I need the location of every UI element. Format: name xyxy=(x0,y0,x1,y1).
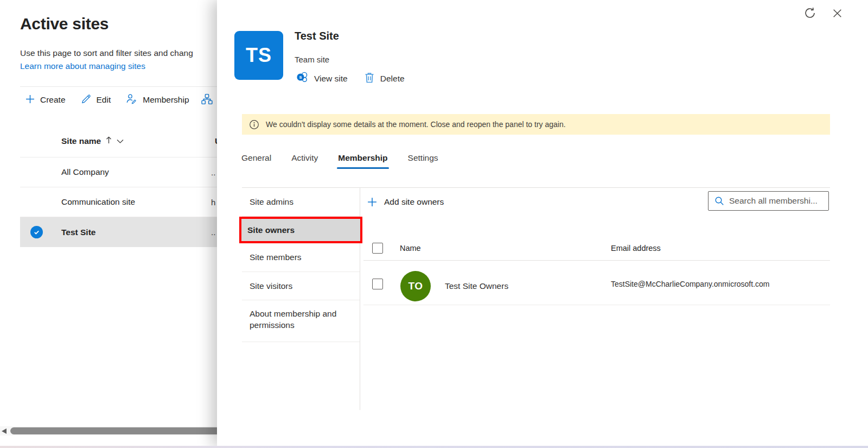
sites-command-bar: Create Edit Membership xyxy=(25,90,213,110)
nav-item-label: Site members xyxy=(250,253,302,262)
site-row-name: Test Site xyxy=(61,228,95,237)
site-details-panel: TS Test Site Team site s View site xyxy=(217,0,868,446)
site-row-communication-site[interactable]: Communication site h xyxy=(20,187,217,217)
nav-item-site-owners-selected[interactable]: Site owners xyxy=(239,217,362,243)
search-icon xyxy=(714,196,724,206)
edit-button-label: Edit xyxy=(97,95,111,105)
delete-label: Delete xyxy=(380,74,405,84)
site-avatar: TS xyxy=(234,31,283,80)
email-column-header: Email address xyxy=(611,244,661,253)
search-membership-input[interactable] xyxy=(729,196,824,206)
panel-site-title: Test Site xyxy=(295,30,339,42)
warning-banner-text: We couldn't display some details at the … xyxy=(266,120,566,129)
membership-button-label: Membership xyxy=(143,95,189,105)
member-row-checkbox[interactable] xyxy=(372,279,383,289)
page-title: Active sites xyxy=(20,15,108,33)
sharepoint-admin-active-sites-screen: Active sites Use this page to sort and f… xyxy=(0,0,868,448)
toolbar-divider xyxy=(20,86,217,87)
refresh-button[interactable] xyxy=(803,7,817,21)
membership-button[interactable]: Membership xyxy=(126,93,189,106)
site-name-column-header[interactable]: Site name xyxy=(61,136,124,146)
hub-hierarchy-icon xyxy=(201,93,213,107)
tab-membership[interactable]: Membership xyxy=(337,146,388,169)
row-selected-check-icon[interactable] xyxy=(30,226,43,238)
delete-site-button[interactable]: Delete xyxy=(364,72,405,86)
tab-settings[interactable]: Settings xyxy=(407,146,439,169)
nav-item-label: About membership and permissions xyxy=(250,308,352,331)
close-icon xyxy=(832,8,843,21)
horizontal-scrollbar-thumb[interactable] xyxy=(10,427,217,434)
view-site-button[interactable]: s View site xyxy=(296,71,348,86)
name-column-header: Name xyxy=(400,244,421,253)
add-site-owners-button[interactable]: Add site owners xyxy=(367,193,444,211)
hub-button[interactable] xyxy=(201,93,213,107)
person-edit-icon xyxy=(126,93,137,106)
edit-button[interactable]: Edit xyxy=(81,94,111,106)
sharepoint-site-icon: s xyxy=(296,71,309,86)
chevron-down-icon xyxy=(117,136,124,146)
search-membership-box[interactable] xyxy=(708,191,829,211)
site-row-url-partial: h xyxy=(211,198,215,207)
members-table-divider xyxy=(363,260,830,261)
nav-item-label: Site admins xyxy=(250,197,293,207)
tab-activity[interactable]: Activity xyxy=(290,146,319,169)
learn-more-link[interactable]: Learn more about managing sites xyxy=(20,61,145,71)
site-row-all-company[interactable]: All Company .. xyxy=(20,157,217,187)
plus-icon xyxy=(25,94,35,106)
nav-item-site-visitors[interactable]: Site visitors xyxy=(242,272,360,300)
panel-header-actions: s View site Delete xyxy=(296,71,405,86)
member-name[interactable]: Test Site Owners xyxy=(445,281,508,291)
member-avatar: TO xyxy=(400,271,431,301)
nav-item-site-admins[interactable]: Site admins xyxy=(242,188,360,217)
nav-item-label: Site visitors xyxy=(250,281,292,291)
site-row-test-site[interactable]: Test Site .. xyxy=(20,217,217,247)
nav-item-label: Site owners xyxy=(247,225,295,235)
plus-icon xyxy=(367,197,377,207)
pencil-icon xyxy=(81,94,91,106)
site-row-name: All Company xyxy=(61,167,109,177)
nav-item-site-members[interactable]: Site members xyxy=(242,243,360,272)
window-bottom-edge xyxy=(0,446,868,448)
select-all-checkbox[interactable] xyxy=(372,243,383,254)
create-button-label: Create xyxy=(40,95,66,105)
view-site-label: View site xyxy=(314,74,348,84)
warning-banner: We couldn't display some details at the … xyxy=(242,114,830,135)
site-row-url-partial: .. xyxy=(211,228,215,237)
refresh-icon xyxy=(803,7,816,22)
site-row-url-partial: .. xyxy=(211,168,215,177)
add-site-owners-label: Add site owners xyxy=(384,197,444,207)
info-icon xyxy=(249,119,259,130)
site-name-header-label: Site name xyxy=(61,136,101,146)
close-panel-button[interactable] xyxy=(830,7,844,21)
member-email: TestSite@McCharlieCompany.onmicrosoft.co… xyxy=(611,280,770,288)
panel-site-type: Team site xyxy=(295,55,329,64)
scrollbar-left-arrow[interactable] xyxy=(2,428,7,434)
svg-text:s: s xyxy=(299,74,302,80)
members-table-divider xyxy=(363,305,830,305)
nav-item-about-membership[interactable]: About membership and permissions xyxy=(242,300,360,342)
page-description: Use this page to sort and filter sites a… xyxy=(20,48,193,58)
trash-icon xyxy=(364,72,375,86)
tab-general[interactable]: General xyxy=(240,146,272,169)
create-button[interactable]: Create xyxy=(25,94,66,106)
site-row-name: Communication site xyxy=(61,197,135,207)
panel-tabs: General Activity Membership Settings xyxy=(240,146,439,169)
sort-ascending-icon xyxy=(106,136,112,146)
